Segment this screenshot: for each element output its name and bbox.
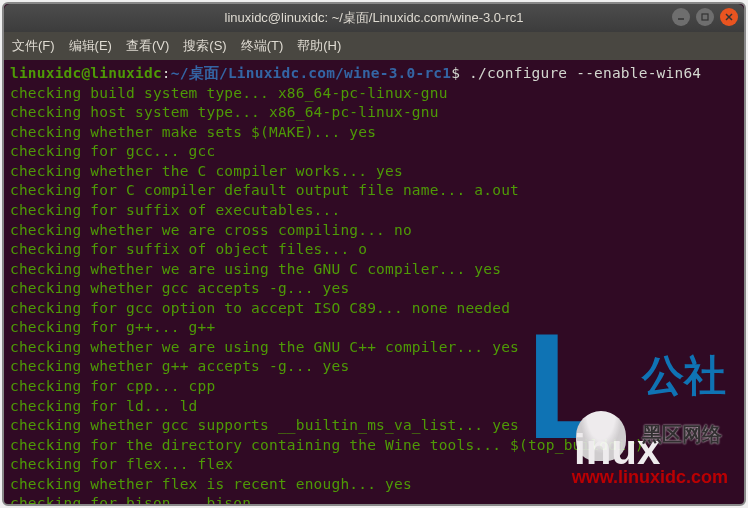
output-line: checking whether flex is recent enough..…	[10, 476, 412, 492]
output-line: checking whether make sets $(MAKE)... ye…	[10, 124, 376, 140]
close-button[interactable]	[720, 8, 738, 26]
minimize-button[interactable]	[672, 8, 690, 26]
command-text: ./configure --enable-win64	[469, 65, 701, 81]
output-line: checking whether we are using the GNU C+…	[10, 339, 519, 355]
output-line: checking for gcc option to accept ISO C8…	[10, 300, 510, 316]
menu-search[interactable]: 搜索(S)	[183, 37, 226, 55]
output-line: checking whether gcc accepts -g... yes	[10, 280, 349, 296]
output-line: checking whether we are cross compiling.…	[10, 222, 412, 238]
output-line: checking whether g++ accepts -g... yes	[10, 358, 349, 374]
output-line: checking whether the C compiler works...…	[10, 163, 403, 179]
window-titlebar: linuxidc@linuxidc: ~/桌面/Linuxidc.com/win…	[4, 4, 744, 32]
output-line: checking for g++... g++	[10, 319, 215, 335]
output-line: checking whether we are using the GNU C …	[10, 261, 501, 277]
output-line: checking for bison... bison	[10, 495, 251, 506]
prompt-path: ~/桌面/Linuxidc.com/wine-3.0-rc1	[171, 65, 451, 81]
maximize-button[interactable]	[696, 8, 714, 26]
menu-edit[interactable]: 编辑(E)	[69, 37, 112, 55]
menu-bar: 文件(F) 编辑(E) 查看(V) 搜索(S) 终端(T) 帮助(H)	[4, 32, 744, 60]
menu-view[interactable]: 查看(V)	[126, 37, 169, 55]
window-title: linuxidc@linuxidc: ~/桌面/Linuxidc.com/win…	[4, 9, 744, 27]
output-line: checking for suffix of executables...	[10, 202, 340, 218]
menu-help[interactable]: 帮助(H)	[297, 37, 341, 55]
prompt-user-host: linuxidc@linuxidc	[10, 65, 162, 81]
output-line: checking for ld... ld	[10, 398, 198, 414]
output-line: checking for suffix of object files... o	[10, 241, 367, 257]
prompt-symbol: $	[451, 65, 460, 81]
menu-terminal[interactable]: 终端(T)	[241, 37, 284, 55]
terminal-output[interactable]: linuxidc@linuxidc:~/桌面/Linuxidc.com/wine…	[4, 60, 744, 506]
output-line: checking for gcc... gcc	[10, 143, 215, 159]
output-line: checking host system type... x86_64-pc-l…	[10, 104, 439, 120]
output-line: checking for the directory containing th…	[10, 437, 644, 453]
output-line: checking whether gcc supports __builtin_…	[10, 417, 519, 433]
menu-file[interactable]: 文件(F)	[12, 37, 55, 55]
svg-rect-1	[702, 14, 708, 20]
output-line: checking for flex... flex	[10, 456, 233, 472]
output-line: checking build system type... x86_64-pc-…	[10, 85, 448, 101]
output-line: checking for C compiler default output f…	[10, 182, 519, 198]
output-line: checking for cpp... cpp	[10, 378, 215, 394]
